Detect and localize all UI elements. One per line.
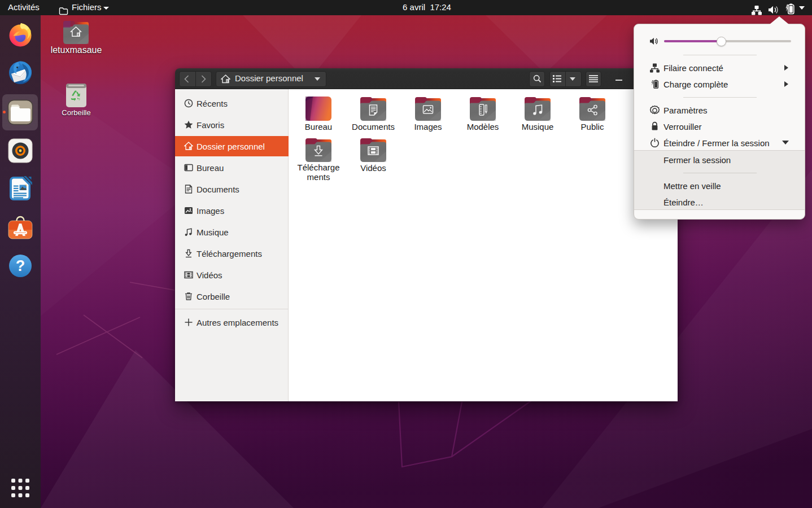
svg-text:?: ? bbox=[16, 257, 25, 274]
